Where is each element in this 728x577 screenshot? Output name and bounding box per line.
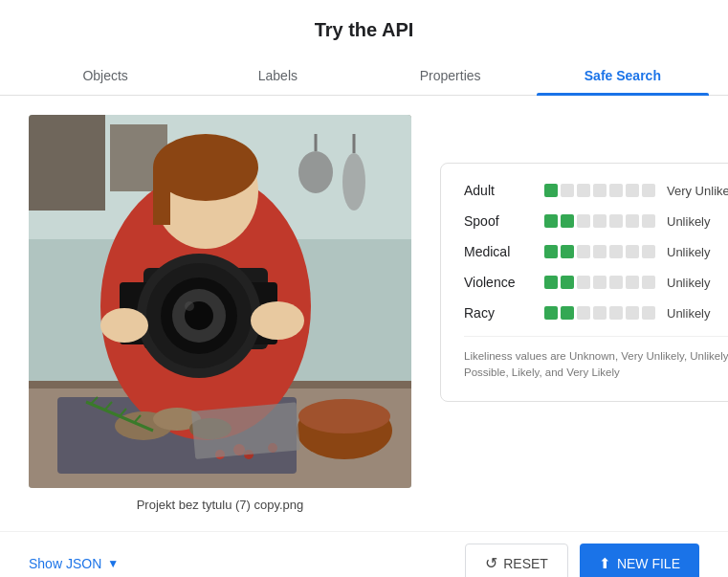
bar-medical <box>544 245 655 258</box>
footnote: Likeliness values are Unknown, Very Unli… <box>464 336 728 382</box>
tab-labels[interactable]: Labels <box>191 56 364 95</box>
safe-search-card: Adult Very Unlikely Spoof <box>440 163 728 402</box>
bar-violence <box>544 276 655 289</box>
safe-search-row-medical: Medical Unlikely <box>464 244 728 259</box>
new-file-label: NEW FILE <box>617 556 680 571</box>
svg-rect-14 <box>153 167 170 225</box>
show-json-label: Show JSON <box>29 556 101 571</box>
bar-spoof <box>544 214 655 228</box>
tab-safe-search[interactable]: Safe Search <box>537 56 709 95</box>
reset-button[interactable]: ↺ RESET <box>465 544 568 577</box>
value-adult: Very Unlikely <box>667 184 728 198</box>
footer-actions: ↺ RESET ⬆ NEW FILE <box>465 544 699 577</box>
label-medical: Medical <box>464 244 533 259</box>
reset-icon: ↺ <box>485 554 497 572</box>
value-violence: Unlikely <box>667 276 728 290</box>
svg-point-6 <box>342 153 365 211</box>
page-title: Try the API <box>0 0 728 56</box>
safe-search-row-spoof: Spoof Unlikely <box>464 213 728 229</box>
bar-adult <box>544 184 655 197</box>
value-racy: Unlikely <box>667 306 728 321</box>
reset-label: RESET <box>503 556 548 571</box>
show-json-button[interactable]: Show JSON ▼ <box>29 556 119 571</box>
image-section: Projekt bez tytulu (7) copy.png <box>29 115 411 512</box>
label-racy: Racy <box>464 305 533 321</box>
bar-racy <box>544 306 655 320</box>
svg-point-24 <box>251 301 304 340</box>
footer: Show JSON ▼ ↺ RESET ⬆ NEW FILE <box>0 531 728 577</box>
tab-objects[interactable]: Objects <box>19 56 191 95</box>
tab-properties[interactable]: Properties <box>364 56 537 95</box>
svg-point-26 <box>298 399 390 433</box>
svg-rect-39 <box>191 402 300 458</box>
svg-rect-2 <box>29 115 105 211</box>
upload-icon: ⬆ <box>599 555 611 572</box>
label-violence: Violence <box>464 275 533 290</box>
safe-search-row-violence: Violence Unlikely <box>464 275 728 290</box>
results-section: Adult Very Unlikely Spoof <box>440 115 728 402</box>
image-caption: Projekt bez tytulu (7) copy.png <box>29 498 411 512</box>
safe-search-row-racy: Racy Unlikely <box>464 305 728 321</box>
label-spoof: Spoof <box>464 213 533 229</box>
new-file-button[interactable]: ⬆ NEW FILE <box>580 544 699 577</box>
safe-search-row-adult: Adult Very Unlikely <box>464 183 728 198</box>
image-container <box>29 115 411 488</box>
chevron-down-icon: ▼ <box>107 557 119 570</box>
svg-point-23 <box>100 308 148 343</box>
label-adult: Adult <box>464 183 533 198</box>
value-medical: Unlikely <box>667 245 728 259</box>
svg-point-22 <box>185 301 194 311</box>
value-spoof: Unlikely <box>667 214 728 229</box>
tabs-bar: Objects Labels Properties Safe Search <box>0 56 728 96</box>
main-content: Projekt bez tytulu (7) copy.png Adult Ve… <box>0 96 728 531</box>
svg-point-4 <box>298 151 333 193</box>
